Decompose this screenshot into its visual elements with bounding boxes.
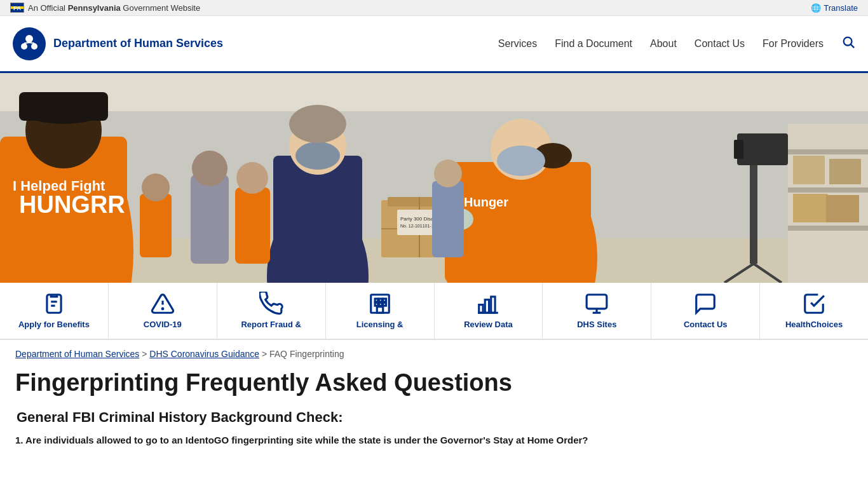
svg-point-37	[192, 151, 227, 186]
svg-text:Hunger: Hunger	[464, 195, 508, 209]
svg-rect-38	[235, 187, 270, 264]
svg-line-6	[851, 44, 854, 48]
breadcrumb-link-dhs[interactable]: Department of Human Services	[15, 349, 139, 359]
breadcrumb-link-coronavirus[interactable]: DHS Coronavirus Guidance	[149, 349, 259, 359]
phone-icon	[259, 292, 283, 316]
svg-text:HUNGRR: HUNGRR	[19, 191, 125, 218]
breadcrumb: Department of Human Services > DHS Coron…	[0, 340, 868, 363]
building-icon	[368, 292, 392, 316]
nav-about[interactable]: About	[650, 38, 677, 50]
nav-services[interactable]: Services	[498, 38, 537, 50]
monitor-icon	[585, 292, 609, 316]
search-icon	[841, 35, 855, 49]
svg-rect-65	[383, 299, 386, 302]
svg-point-54	[142, 173, 170, 201]
section-heading: General FBI Criminal History Background …	[15, 409, 595, 426]
svg-point-1	[21, 43, 27, 50]
faq-question-1: 1. Are individuals allowed to go to an I…	[15, 435, 595, 445]
svg-rect-36	[191, 175, 229, 264]
svg-point-39	[236, 162, 268, 194]
translate-button[interactable]: 🌐 Translate	[811, 3, 858, 13]
breadcrumb-current: FAQ Fingerprinting	[269, 349, 344, 359]
icon-bar-contact-us[interactable]: Contact Us	[651, 283, 760, 339]
svg-point-20	[295, 142, 340, 170]
icon-bar-apply-benefits[interactable]: Apply for Benefits	[0, 283, 109, 339]
svg-rect-64	[379, 299, 382, 302]
hero-svg: I Helped Fight HUNGRR Hunge	[0, 73, 868, 283]
svg-point-0	[25, 35, 33, 43]
globe-icon: 🌐	[811, 3, 821, 13]
svg-point-56	[434, 159, 462, 187]
svg-point-26	[497, 146, 545, 176]
page-title: Fingerprinting Frequently Asked Question…	[15, 369, 595, 397]
svg-rect-68	[383, 302, 386, 306]
official-site-notice: PA An Official Pennsylvania Government W…	[10, 3, 200, 13]
svg-rect-47	[788, 187, 868, 193]
svg-point-5	[844, 37, 852, 46]
message-circle-icon	[693, 292, 717, 316]
top-bar: PA An Official Pennsylvania Government W…	[0, 0, 868, 16]
icon-bar-licensing[interactable]: Licensing &	[326, 283, 435, 339]
hero-image: I Helped Fight HUNGRR Hunge	[0, 73, 868, 283]
svg-rect-50	[829, 159, 861, 184]
site-logo-icon	[13, 27, 46, 60]
svg-rect-53	[140, 194, 172, 257]
svg-line-3	[24, 43, 29, 43]
svg-rect-14	[19, 92, 108, 121]
search-button[interactable]	[841, 35, 855, 52]
icon-bar-healthchoices[interactable]: HealthChoices	[760, 283, 868, 339]
svg-rect-74	[587, 295, 607, 309]
svg-rect-72	[491, 297, 495, 313]
hero-placeholder: I Helped Fight HUNGRR Hunge	[0, 73, 868, 283]
svg-rect-48	[788, 226, 868, 231]
svg-rect-55	[432, 181, 464, 257]
svg-line-4	[29, 43, 34, 43]
icon-bar: Apply for Benefits COVID-19 Report Fraud…	[0, 283, 868, 340]
icon-bar-review-data[interactable]: Review Data	[435, 283, 543, 339]
main-content: Fingerprinting Frequently Asked Question…	[0, 363, 610, 474]
svg-rect-63	[375, 299, 378, 302]
pa-flag-icon: PA	[10, 3, 24, 13]
svg-rect-52	[826, 195, 859, 222]
check-square-icon	[802, 292, 826, 316]
svg-rect-41	[737, 133, 788, 165]
site-header: Department of Human Services Services Fi…	[0, 16, 868, 73]
svg-text:No. 12-101101-1: No. 12-101101-1	[400, 224, 434, 228]
main-nav: Services Find a Document About Contact U…	[498, 35, 855, 52]
svg-rect-42	[734, 140, 743, 159]
icon-bar-covid19[interactable]: COVID-19	[109, 283, 217, 339]
svg-rect-69	[377, 307, 383, 313]
icon-bar-dhs-sites[interactable]: DHS Sites	[543, 283, 651, 339]
logo-area: Department of Human Services	[13, 27, 223, 60]
nav-for-providers[interactable]: For Providers	[763, 38, 824, 50]
alert-triangle-icon	[151, 292, 175, 316]
svg-rect-67	[379, 302, 382, 306]
svg-rect-51	[793, 194, 828, 222]
svg-rect-46	[788, 149, 868, 154]
svg-rect-49	[793, 156, 825, 184]
svg-rect-71	[485, 300, 489, 313]
clipboard-icon	[42, 292, 66, 316]
svg-rect-8	[0, 73, 868, 111]
nav-find-document[interactable]: Find a Document	[555, 38, 632, 50]
nav-contact-us[interactable]: Contact Us	[695, 38, 745, 50]
svg-point-2	[31, 43, 37, 50]
svg-point-21	[289, 105, 346, 143]
svg-rect-70	[479, 305, 483, 313]
site-title: Department of Human Services	[53, 37, 223, 50]
bar-chart-icon	[476, 292, 500, 316]
official-text: An Official Pennsylvania Government Webs…	[28, 3, 200, 13]
icon-bar-report-fraud[interactable]: Report Fraud &	[217, 283, 326, 339]
svg-rect-66	[375, 302, 378, 306]
dhs-logo-svg	[18, 32, 41, 55]
